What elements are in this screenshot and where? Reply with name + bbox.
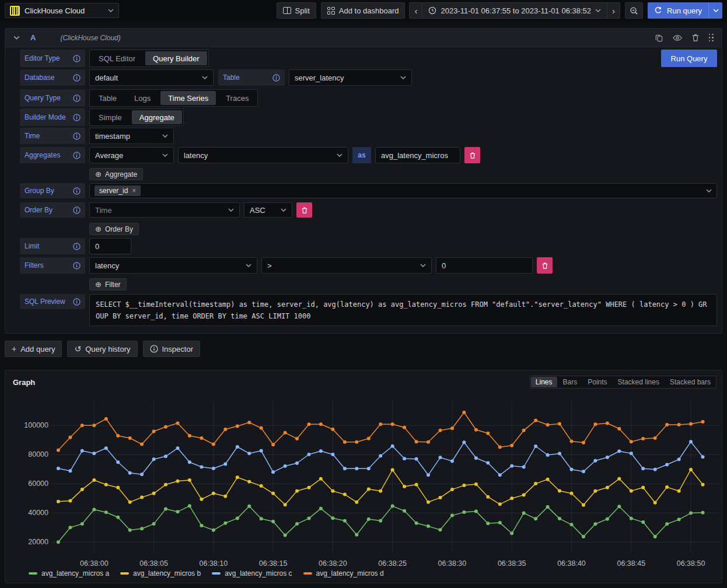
display-mode-points[interactable]: Points xyxy=(583,377,611,387)
filter-value-input[interactable] xyxy=(436,258,532,273)
display-mode-stacked-lines[interactable]: Stacked lines xyxy=(613,377,664,387)
filter-operator-select[interactable]: > xyxy=(261,257,432,274)
y-tick-label: 60000 xyxy=(28,480,48,488)
series-point-avg-latency-micros-b xyxy=(367,488,371,491)
series-point-avg-latency-micros-d xyxy=(200,436,203,440)
legend-item[interactable]: avg_latency_micros a xyxy=(29,569,109,578)
legend-item[interactable]: avg_latency_micros c xyxy=(212,569,292,578)
query-editor-panel: A (ClickHouse Cloud) Editor Type SQL Edi… xyxy=(5,28,722,334)
run-query-options-button[interactable] xyxy=(708,2,722,19)
legend-series-label: avg_latency_micros b xyxy=(133,569,201,578)
query-type-option-traces[interactable]: Traces xyxy=(218,91,256,105)
display-mode-bars[interactable]: Bars xyxy=(558,377,582,387)
chevron-down-icon xyxy=(706,189,712,192)
series-point-avg-latency-micros-b xyxy=(188,478,191,482)
series-point-avg-latency-micros-b xyxy=(534,482,537,485)
series-point-avg-latency-micros-b xyxy=(343,493,347,496)
y-tick-label: 20000 xyxy=(28,538,48,546)
series-point-avg-latency-micros-c xyxy=(450,460,454,463)
editor-type-option-query-builder[interactable]: Query Builder xyxy=(145,51,207,65)
zoom-out-button[interactable] xyxy=(625,2,643,19)
info-icon xyxy=(73,152,81,159)
series-point-avg-latency-micros-d xyxy=(295,437,299,440)
series-point-avg-latency-micros-b xyxy=(128,501,132,504)
series-point-avg-latency-micros-d xyxy=(606,422,609,425)
add-to-dashboard-button[interactable]: Add to dashboard xyxy=(321,2,406,19)
remove-query-button[interactable] xyxy=(691,33,700,42)
database-select[interactable]: default xyxy=(89,69,214,86)
drag-handle-icon[interactable] xyxy=(709,34,714,42)
time-back-button[interactable]: ‹ xyxy=(409,2,422,19)
run-query-split-button: Run query xyxy=(648,2,722,19)
add-order-by-button[interactable]: ⊕ Order By xyxy=(89,223,139,235)
series-point-avg-latency-micros-d xyxy=(510,444,513,447)
builder-mode-option-aggregate[interactable]: Aggregate xyxy=(132,110,182,124)
add-filter-button[interactable]: ⊕ Filter xyxy=(89,278,127,290)
limit-row: Limit xyxy=(20,238,717,254)
info-icon xyxy=(73,114,81,121)
table-select[interactable]: server_latency xyxy=(289,69,412,86)
order-by-field-select[interactable]: Time xyxy=(89,202,240,218)
datasource-picker[interactable]: ClickHouse Cloud xyxy=(5,3,119,18)
series-point-avg-latency-micros-b xyxy=(630,489,633,493)
aggregate-function-select[interactable]: Average xyxy=(89,147,174,163)
time-series-chart[interactable]: 06:38:0006:38:0506:38:1006:38:1506:38:20… xyxy=(5,397,723,570)
inspector-button[interactable]: Inspector xyxy=(143,341,200,357)
run-query-button[interactable]: Run query xyxy=(648,2,708,19)
series-point-avg-latency-micros-d xyxy=(462,411,466,414)
run-query-panel-button[interactable]: Run Query xyxy=(661,50,717,67)
series-point-avg-latency-micros-c xyxy=(367,467,371,470)
series-point-avg-latency-micros-c xyxy=(152,457,156,461)
time-picker-group: ‹ 2023-11-01 06:37:55 to 2023-11-01 06:3… xyxy=(410,2,620,19)
series-point-avg-latency-micros-d xyxy=(558,422,561,426)
y-tick-label: 100000 xyxy=(24,421,48,429)
display-mode-lines[interactable]: Lines xyxy=(531,377,557,387)
aggregate-alias-input[interactable] xyxy=(376,148,460,163)
query-type-option-table[interactable]: Table xyxy=(91,91,124,105)
series-point-avg-latency-micros-c xyxy=(104,446,108,450)
series-point-avg-latency-micros-d xyxy=(582,441,585,444)
query-type-option-time-series[interactable]: Time Series xyxy=(160,91,216,105)
filter-field-select[interactable]: latency xyxy=(89,257,257,274)
query-type-option-logs[interactable]: Logs xyxy=(127,91,158,105)
x-tick-label: 06:38:50 xyxy=(677,559,705,568)
time-column-select[interactable]: timestamp xyxy=(89,128,174,144)
series-point-avg-latency-micros-d xyxy=(307,422,311,426)
aggregate-column-select[interactable]: latency xyxy=(178,147,348,163)
filters-row: Filters latency > xyxy=(20,257,717,274)
remove-order-by-button[interactable] xyxy=(296,202,312,218)
order-by-direction-select[interactable]: ASC xyxy=(244,202,292,218)
series-point-avg-latency-micros-b xyxy=(331,489,334,493)
split-button[interactable]: Split xyxy=(277,2,316,19)
remove-aggregate-button[interactable] xyxy=(464,147,480,163)
add-aggregate-button[interactable]: ⊕ Aggregate xyxy=(89,168,143,180)
builder-mode-option-simple[interactable]: Simple xyxy=(91,110,130,124)
remove-tag-icon[interactable]: × xyxy=(132,187,136,195)
series-point-avg-latency-micros-b xyxy=(510,496,513,500)
display-mode-stacked-bars[interactable]: Stacked bars xyxy=(665,377,715,387)
series-point-avg-latency-micros-c xyxy=(200,466,203,469)
series-point-avg-latency-micros-d xyxy=(68,436,72,439)
group-by-multiselect[interactable]: server_id × xyxy=(89,183,717,198)
query-history-button[interactable]: ↺ Query history xyxy=(67,341,137,357)
series-point-avg-latency-micros-c xyxy=(498,473,502,477)
series-point-avg-latency-micros-b xyxy=(593,489,597,493)
add-query-button[interactable]: + Add query xyxy=(5,341,62,357)
query-row-header[interactable]: A (ClickHouse Cloud) xyxy=(5,29,722,47)
series-point-avg-latency-micros-d xyxy=(188,434,191,438)
chevron-down-icon xyxy=(713,9,719,12)
editor-type-option-sql-editor[interactable]: SQL Editor xyxy=(91,51,143,65)
legend-item[interactable]: avg_latency_micros b xyxy=(120,569,201,578)
series-point-avg-latency-micros-d xyxy=(176,422,180,425)
remove-filter-button[interactable] xyxy=(537,257,553,274)
legend-item[interactable]: avg_latency_micros d xyxy=(303,569,384,578)
table-label: Table xyxy=(218,69,285,86)
history-icon: ↺ xyxy=(74,345,81,353)
time-range-picker[interactable]: 2023-11-01 06:37:55 to 2023-11-01 06:38:… xyxy=(422,2,607,19)
time-forward-button[interactable]: › xyxy=(607,2,620,19)
series-point-avg-latency-micros-a xyxy=(200,524,203,527)
series-point-avg-latency-micros-b xyxy=(140,496,144,499)
toggle-visibility-button[interactable] xyxy=(673,34,682,42)
limit-input[interactable] xyxy=(90,239,131,254)
duplicate-query-button[interactable] xyxy=(655,33,663,42)
